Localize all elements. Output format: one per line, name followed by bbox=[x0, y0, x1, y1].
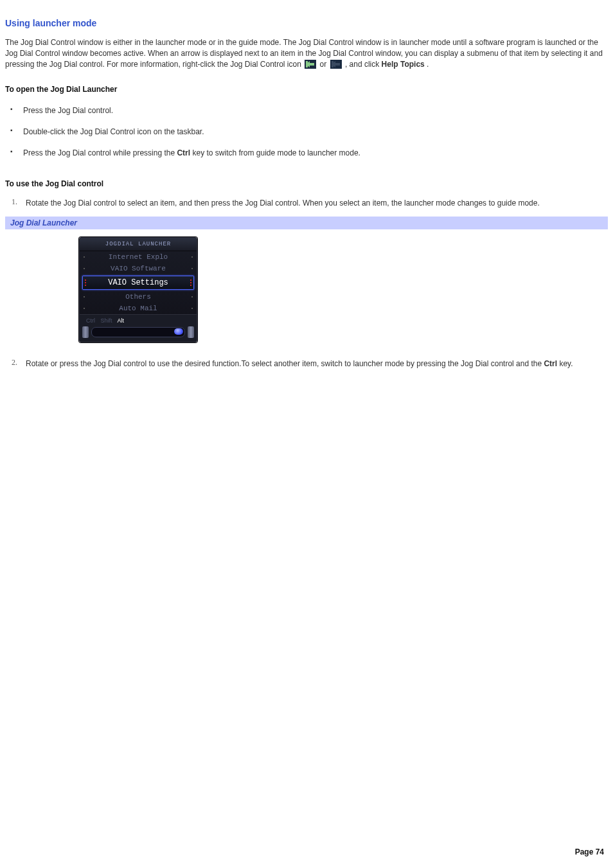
step2-post: key. bbox=[557, 359, 573, 368]
page-title: Using launcher mode bbox=[5, 18, 608, 28]
list-item: 2. Rotate or press the Jog Dial control … bbox=[5, 355, 608, 372]
subheading-use-control: To use the Jog Dial control bbox=[5, 179, 608, 188]
launcher-slider bbox=[80, 324, 197, 342]
step2-pre: Rotate or press the Jog Dial control to … bbox=[26, 359, 544, 368]
bullet-item: Double-click the Jog Dial Control icon o… bbox=[5, 121, 608, 143]
launcher-window-title: JOGDIAL LAUNCHER bbox=[80, 238, 197, 251]
launcher-caption: Jog Dial Launcher bbox=[5, 217, 608, 229]
help-topics-bold: Help Topics bbox=[382, 60, 425, 69]
subheading-open-launcher: To open the Jog Dial Launcher bbox=[5, 85, 608, 94]
launcher-item: Auto Mail bbox=[80, 303, 197, 314]
step-number: 1. bbox=[12, 196, 17, 208]
ctrl-key-bold: Ctrl bbox=[177, 148, 190, 157]
numbered-list: 1. Rotate the Jog Dial control to select… bbox=[5, 195, 608, 211]
jog-dial-dark-icon bbox=[330, 60, 342, 69]
svg-rect-1 bbox=[306, 61, 308, 67]
intro-text-3: . bbox=[427, 60, 429, 69]
bullet3-pre: Press the Jog Dial control while pressin… bbox=[23, 148, 177, 157]
launcher-screenshot: JOGDIAL LAUNCHER Internet Explo VAIO Sof… bbox=[79, 237, 608, 342]
ctrl-indicator: Ctrl bbox=[86, 317, 95, 324]
slider-cap-right bbox=[188, 326, 194, 338]
step1-text: Rotate the Jog Dial control to select an… bbox=[26, 199, 540, 208]
launcher-item-label: Others bbox=[125, 293, 151, 301]
slider-track bbox=[91, 327, 185, 337]
launcher-item: Internet Explo bbox=[80, 251, 197, 263]
launcher-selected-item: VAIO Settings bbox=[82, 276, 194, 290]
bullet-item: Press the Jog Dial control. bbox=[5, 100, 608, 121]
ctrl-key-bold: Ctrl bbox=[544, 359, 557, 368]
numbered-list-continued: 2. Rotate or press the Jog Dial control … bbox=[5, 355, 608, 372]
shift-indicator: Shift bbox=[101, 317, 112, 324]
intro-text-1: The Jog Dial Control window is either in… bbox=[5, 38, 603, 69]
intro-text-2: , and click bbox=[345, 60, 382, 69]
svg-rect-3 bbox=[332, 61, 333, 67]
slider-cap-left bbox=[82, 326, 89, 338]
bullet-list-open: Press the Jog Dial control. Double-click… bbox=[5, 100, 608, 163]
launcher-item: VAIO Software bbox=[80, 263, 197, 274]
launcher-modifier-keys: Ctrl Shift Alt bbox=[80, 315, 197, 324]
slider-thumb bbox=[174, 328, 183, 335]
list-item: 1. Rotate the Jog Dial control to select… bbox=[5, 195, 608, 211]
launcher-item-label: VAIO Software bbox=[111, 265, 166, 272]
jog-dial-arrow-icon bbox=[305, 60, 316, 69]
launcher-item-label: Auto Mail bbox=[119, 305, 157, 312]
launcher-item-label: Internet Explo bbox=[109, 253, 168, 261]
step-number: 2. bbox=[12, 357, 17, 368]
launcher-item: Others bbox=[80, 291, 197, 303]
intro-text-or: or bbox=[320, 60, 329, 69]
bullet3-post: key to switch from guide mode to launche… bbox=[190, 148, 360, 157]
bullet-item: Press the Jog Dial control while pressin… bbox=[5, 143, 608, 164]
intro-paragraph: The Jog Dial Control window is either in… bbox=[5, 37, 608, 69]
alt-indicator: Alt bbox=[118, 317, 125, 324]
